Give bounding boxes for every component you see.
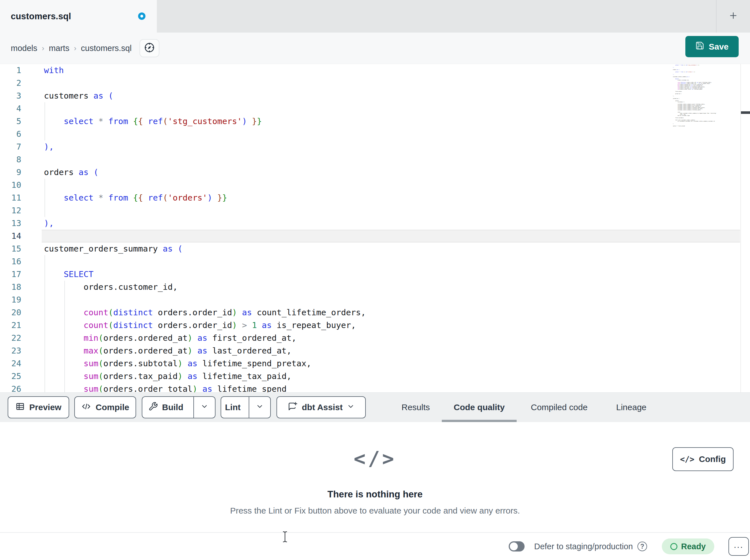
code-editor[interactable]: 1with23customers as (45 select * from {{… <box>0 64 750 392</box>
code-line[interactable]: 13), <box>0 217 750 230</box>
code-line[interactable]: 3customers as ( <box>0 89 750 102</box>
line-number[interactable]: 9 <box>0 166 21 179</box>
code-line[interactable]: 21 count(distinct orders.order_id) > 1 a… <box>0 319 750 332</box>
code-line[interactable]: 4 <box>0 102 750 115</box>
new-tab-button[interactable] <box>725 8 742 24</box>
scrollbar-marker[interactable] <box>741 111 750 114</box>
tab-customers-sql[interactable]: customers.sql <box>0 0 157 33</box>
code-text: count(distinct orders.order_id) > 1 as i… <box>44 319 356 332</box>
compile-button[interactable]: Compile <box>74 396 136 418</box>
breadcrumb-marts[interactable]: marts <box>49 44 70 53</box>
line-number[interactable]: 2 <box>0 77 21 89</box>
code-line[interactable]: 8 <box>0 153 750 166</box>
code-line[interactable]: 10 <box>0 179 750 191</box>
line-number[interactable]: 15 <box>0 243 21 255</box>
lint-split-button[interactable]: Lint <box>221 396 271 418</box>
code-line[interactable]: 12 <box>0 204 750 217</box>
code-line[interactable]: 24 sum(orders.subtotal) as lifetime_spen… <box>0 357 750 370</box>
code-line[interactable]: 15customer_orders_summary as ( <box>0 243 750 255</box>
code-text: ), <box>44 141 54 153</box>
save-button[interactable]: Save <box>685 36 739 57</box>
tab-lineage[interactable]: Lineage <box>616 393 647 422</box>
preview-button[interactable]: Preview <box>8 396 69 418</box>
code-line[interactable]: 6 <box>0 128 750 141</box>
build-button[interactable]: Build <box>142 397 189 418</box>
line-number[interactable]: 3 <box>0 89 21 102</box>
code-text: orders as ( <box>44 166 98 179</box>
line-number[interactable]: 21 <box>0 319 21 332</box>
code-line[interactable]: 14 <box>0 230 750 243</box>
tab-compiled-code[interactable]: Compiled code <box>531 393 588 422</box>
line-number[interactable]: 23 <box>0 345 21 357</box>
code-line[interactable]: 17 SELECT <box>0 268 750 281</box>
line-number[interactable]: 24 <box>0 357 21 370</box>
file-header-row: models › marts › customers.sql <box>0 33 750 64</box>
code-line[interactable]: 9orders as ( <box>0 166 750 179</box>
more-options-button[interactable]: ... <box>728 537 749 556</box>
line-number[interactable]: 26 <box>0 383 21 392</box>
code-line[interactable]: 26 sum(orders.order_total) as lifetime_s… <box>0 383 750 392</box>
code-line[interactable]: 22 min(orders.ordered_at) as first_order… <box>0 332 750 345</box>
ready-label: Ready <box>681 542 706 551</box>
tab-results[interactable]: Results <box>401 393 430 422</box>
code-line[interactable]: 2 <box>0 77 750 89</box>
config-button[interactable]: </> Config <box>672 447 733 471</box>
code-text: SELECT <box>44 268 94 281</box>
code-line[interactable]: 16 <box>0 255 750 268</box>
navigate-model-button[interactable] <box>139 39 159 57</box>
line-number[interactable]: 25 <box>0 370 21 383</box>
code-line[interactable]: 25 sum(orders.tax_paid) as lifetime_tax_… <box>0 370 750 383</box>
line-number[interactable]: 18 <box>0 281 21 293</box>
line-number[interactable]: 10 <box>0 179 21 191</box>
editor-minimap[interactable]: withcustomers as ( select * from {{ ref(… <box>673 64 740 130</box>
status-circle-icon <box>670 543 677 550</box>
save-icon <box>695 41 704 52</box>
line-number[interactable]: 22 <box>0 332 21 345</box>
code-line[interactable]: 1with <box>0 64 750 77</box>
line-number[interactable]: 7 <box>0 141 21 153</box>
line-number[interactable]: 14 <box>0 230 21 243</box>
line-number[interactable]: 1 <box>0 64 21 77</box>
code-line[interactable]: 5 select * from {{ ref('stg_customers') … <box>0 115 750 128</box>
line-number[interactable]: 17 <box>0 268 21 281</box>
code-text: count(distinct orders.order_id) as count… <box>44 306 366 319</box>
line-number[interactable]: 13 <box>0 217 21 230</box>
tab-code-quality[interactable]: Code quality <box>454 393 505 422</box>
line-number[interactable]: 16 <box>0 255 21 268</box>
line-number[interactable]: 6 <box>0 128 21 141</box>
code-text: orders.customer_id, <box>44 281 178 293</box>
defer-toggle[interactable] <box>509 541 525 552</box>
code-line[interactable]: 18 orders.customer_id, <box>0 281 750 293</box>
code-text: min(orders.ordered_at) as first_ordered_… <box>44 332 297 345</box>
code-text: sum(orders.tax_paid) as lifetime_tax_pai… <box>44 370 292 383</box>
editor-scrollbar[interactable] <box>741 64 750 392</box>
editor-toolbar: Preview Compile Build <box>0 392 750 422</box>
chevron-right-icon: › <box>74 44 77 53</box>
line-number[interactable]: 20 <box>0 306 21 319</box>
line-number[interactable]: 4 <box>0 102 21 115</box>
code-line[interactable]: 23 max(orders.ordered_at) as last_ordere… <box>0 345 750 357</box>
code-line[interactable]: 19 <box>0 293 750 306</box>
code-line[interactable]: 7), <box>0 141 750 153</box>
help-icon[interactable]: ? <box>637 542 647 551</box>
preview-label: Preview <box>29 402 61 412</box>
line-number[interactable]: 8 <box>0 153 21 166</box>
line-number[interactable]: 19 <box>0 293 21 306</box>
code-line[interactable]: 20 count(distinct orders.order_id) as co… <box>0 306 750 319</box>
dbt-assist-button[interactable]: dbt Assist <box>276 396 366 418</box>
unsaved-changes-dot-icon <box>138 13 145 20</box>
config-label: Config <box>699 454 726 464</box>
build-split-button[interactable]: Build <box>142 396 216 418</box>
empty-state-subtitle: Press the Lint or Fix button above to ev… <box>0 506 750 516</box>
lint-button[interactable]: Lint <box>221 397 244 418</box>
build-dropdown-button[interactable] <box>193 397 215 418</box>
breadcrumb-models[interactable]: models <box>11 44 37 53</box>
code-line[interactable]: 11 select * from {{ ref('orders') }} <box>0 191 750 204</box>
lint-dropdown-button[interactable] <box>249 397 270 418</box>
breadcrumb-file: customers.sql <box>81 44 132 53</box>
line-number[interactable]: 5 <box>0 115 21 128</box>
line-number[interactable]: 11 <box>0 191 21 204</box>
code-text: sum(orders.subtotal) as lifetime_spend_p… <box>44 357 311 370</box>
line-number[interactable]: 12 <box>0 204 21 217</box>
code-text: sum(orders.order_total) as lifetime_spen… <box>44 383 287 392</box>
